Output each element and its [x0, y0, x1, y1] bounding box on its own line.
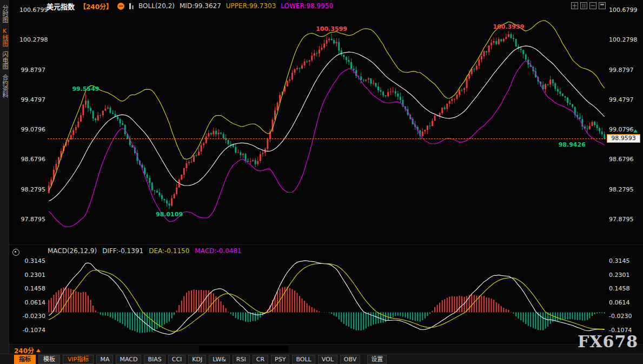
price-axis-label: 100.2798 [609, 36, 638, 43]
price-axis-label: 99.4797 [609, 96, 634, 103]
indicator-button-rsi[interactable]: RSI [233, 355, 250, 364]
symbol-title: 美元指数 [47, 1, 75, 11]
indicator-button-psy[interactable]: PSY [271, 355, 289, 364]
macd-diff-value: DIFF:-0.1391 [102, 247, 143, 255]
x-axis [9, 345, 643, 354]
toolbar-tab-vip-indicators[interactable]: VIP指标 [63, 355, 94, 364]
price-axis-label: 99.4797 [19, 96, 45, 103]
macd-label: MACD(26,12,9) [48, 247, 97, 255]
price-axis-label: 99.8797 [19, 66, 45, 73]
price-axis-label: 99.0796 [609, 126, 634, 133]
x-scrollbar-thumb[interactable] [199, 346, 288, 353]
price-axis-label: 98.2795 [609, 186, 634, 193]
price-axis-label: 97.8795 [609, 216, 634, 223]
boll-label: BOLL(20,2) [138, 2, 175, 10]
macd-axis-label: -0.0230 [609, 313, 632, 320]
indicator-button-macd[interactable]: MACD [116, 355, 141, 364]
period-badge: 【240分】 [79, 2, 112, 11]
toolbar-tab-templates[interactable]: 模板 [38, 355, 60, 364]
left-sidebar: 分时图K线图闪电图合约资料 [0, 0, 9, 354]
sidebar-item-contract-info[interactable]: 合约资料 [1, 74, 8, 98]
export-icon[interactable] [599, 2, 606, 9]
price-axis-label: 99.0796 [19, 126, 45, 133]
macd-axis-label: 0.2301 [609, 271, 630, 278]
candlestick-chart[interactable] [0, 0, 643, 364]
price-annotation: 99.5549 [72, 85, 99, 92]
macd-axis-label: -0.0230 [19, 313, 45, 320]
macd-dea-value: DEA:-0.1150 [149, 247, 189, 255]
sidebar-item-flash-chart[interactable]: 闪电图 [1, 51, 8, 69]
chart-header: 美元指数 【240分】 − BOLL(20,2) MID:99.3627 UPP… [47, 2, 333, 10]
sidebar-item-kline-chart[interactable]: K线图 [1, 28, 8, 47]
price-up-arrow-icon [633, 129, 638, 133]
boll-mid-value: MID:99.3627 [180, 2, 221, 10]
price-axis-label: 97.8795 [19, 216, 45, 223]
price-axis-label: 98.2795 [19, 186, 45, 193]
price-annotation: 98.0109 [156, 211, 183, 218]
boll-upper-value: UPPER:99.7303 [226, 2, 276, 10]
price-axis-label: 100.6799 [609, 6, 638, 14]
macd-settings-icon[interactable] [12, 249, 19, 256]
bottom-toolbar: 指标模板VIP指标MAMACDBIASCCIKDJLW&RSICRPSYBOLL… [0, 354, 643, 364]
macd-axis-label: 0.3145 [609, 257, 630, 264]
indicator-button-boll[interactable]: BOLL [292, 355, 315, 364]
macd-header: MACD(26,12,9) DIFF:-0.1391 DEA:-0.1150 M… [48, 247, 242, 255]
boll-lower-value: LOWER:98.9950 [281, 2, 333, 10]
indicator-glyph-icon [129, 3, 134, 9]
macd-axis-label: 0.1458 [19, 285, 45, 292]
indicator-button-cr[interactable]: CR [253, 355, 268, 364]
indicator-button-cci[interactable]: CCI [168, 355, 186, 364]
indicator-button-kdj[interactable]: KDJ [188, 355, 206, 364]
window-layout-icons [571, 2, 606, 9]
indicator-button-lw[interactable]: LW& [209, 355, 230, 364]
indicator-button-bias[interactable]: BIAS [144, 355, 165, 364]
watermark: FX678 [578, 332, 638, 351]
macd-axis-label: 0.3145 [19, 257, 45, 264]
macd-axis-label: 0.0614 [609, 299, 630, 306]
price-axis-label: 100.2798 [19, 36, 45, 43]
macd-axis-label: 0.0614 [19, 299, 45, 306]
macd-axis-label: -0.1074 [19, 326, 45, 333]
sidebar-item-time-chart[interactable]: 分时图 [1, 5, 8, 23]
toolbar-tab-indicators[interactable]: 指标 [14, 355, 36, 364]
layout-columns-icon[interactable] [580, 2, 587, 9]
remove-indicator-icon[interactable]: − [117, 3, 124, 10]
trading-terminal: 分时图K线图闪电图合约资料 美元指数 【240分】 − BOLL(20,2) M… [0, 0, 643, 364]
last-price-label: 98.9593 [607, 134, 640, 143]
price-annotation: 98.9426 [559, 141, 586, 148]
price-axis-label: 100.6799 [19, 6, 45, 14]
layout-grid-icon[interactable] [571, 2, 578, 9]
panel-divider [9, 244, 643, 245]
price-annotation: 100.3939 [493, 23, 525, 30]
macd-axis-label: 0.1458 [609, 285, 630, 292]
macd-macd-value: MACD:-0.0481 [195, 247, 241, 255]
price-axis-label: 98.6796 [19, 156, 45, 163]
macd-axis-label: 0.2301 [19, 271, 45, 278]
price-axis-label: 98.6796 [609, 156, 634, 163]
price-annotation: 100.3599 [316, 25, 347, 32]
indicator-button-vol[interactable]: VOL [318, 355, 337, 364]
price-axis-label: 99.8797 [609, 66, 634, 73]
indicator-button-ma[interactable]: MA [96, 355, 113, 364]
last-price-line [48, 138, 606, 139]
settings-button[interactable]: 设置 [367, 355, 387, 364]
layout-rows-icon[interactable] [589, 2, 596, 9]
indicator-button-obv[interactable]: OBV [340, 355, 360, 364]
chevron-up-icon [36, 349, 41, 352]
